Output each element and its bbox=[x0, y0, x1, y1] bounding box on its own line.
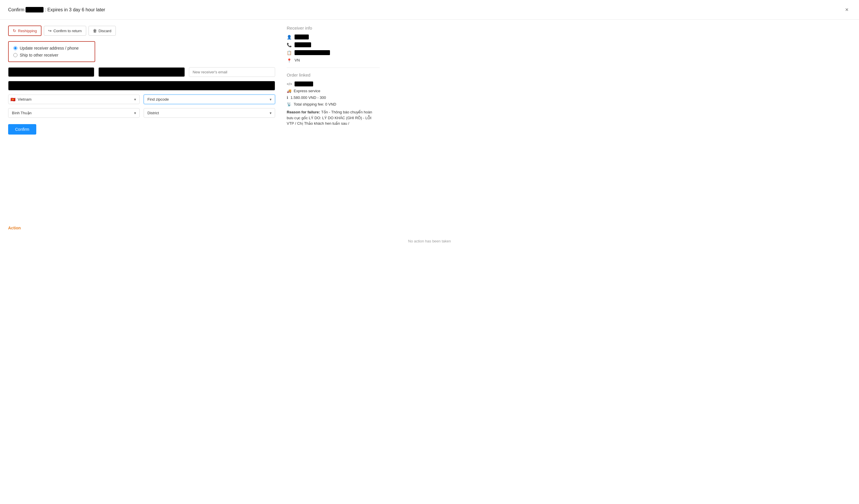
district-select-wrapper: District ▼ bbox=[144, 108, 275, 118]
form-row-1 bbox=[8, 67, 275, 77]
zipcode-select[interactable]: Find zipcode bbox=[144, 95, 275, 104]
modal-header: Confirm : Expires in 3 day 6 hour later … bbox=[0, 0, 859, 20]
rma-code bbox=[26, 7, 43, 13]
modal-body: ↻ Reshipping ↪ Confirm to return 🗑 Disca… bbox=[0, 20, 859, 223]
action-section: Action No action has been taken bbox=[0, 223, 859, 255]
options-box: Update receiver address / phone Ship to … bbox=[8, 41, 95, 62]
form-row-province-district: Bình Thuận ▼ District ▼ bbox=[8, 108, 275, 118]
shipping-fee-value: Total shipping fee: 0 VND bbox=[294, 102, 336, 107]
shipping-fee-row: 📡 Total shipping fee: 0 VND bbox=[287, 102, 380, 107]
toolbar: ↻ Reshipping ↪ Confirm to return 🗑 Disca… bbox=[8, 26, 275, 36]
service-row: 🚚 Express service bbox=[287, 89, 380, 93]
confirm-return-label: Confirm to return bbox=[54, 29, 82, 33]
order-linked-title: Order linked bbox=[287, 73, 380, 77]
reshipping-label: Reshipping bbox=[18, 29, 37, 33]
receiver-country-value: VN bbox=[295, 58, 300, 62]
info-icon: ℹ bbox=[287, 95, 288, 100]
receiver-email-input[interactable] bbox=[189, 67, 275, 77]
price-value: 1.580.000 VND - 300 bbox=[290, 95, 326, 100]
service-label-value: Express service bbox=[294, 89, 320, 93]
reason-section: Reason for failure: Tồn - Thông báo chuy… bbox=[287, 109, 380, 126]
option1-radio[interactable] bbox=[13, 46, 17, 50]
reason-title: Reason for failure: bbox=[287, 110, 320, 114]
zipcode-select-wrapper: Find zipcode ▼ bbox=[144, 95, 275, 104]
confirm-button[interactable]: Confirm bbox=[8, 124, 36, 135]
code-icon: </> bbox=[287, 82, 292, 86]
option2-radio[interactable] bbox=[13, 53, 17, 57]
receiver-address-value bbox=[295, 50, 330, 55]
left-panel: ↻ Reshipping ↪ Confirm to return 🗑 Disca… bbox=[8, 26, 275, 217]
discard-icon: 🗑 bbox=[93, 28, 97, 33]
country-select-wrapper: 🇻🇳 Vietnam ▼ bbox=[8, 95, 140, 104]
discard-button[interactable]: 🗑 Discard bbox=[89, 26, 116, 36]
right-panel: Receiver info 👤 📞 📋 📍 VN Or bbox=[287, 26, 380, 217]
confirm-return-button[interactable]: ↪ Confirm to return bbox=[44, 26, 86, 36]
option2-radio-label[interactable]: Ship to other receiver bbox=[13, 53, 90, 58]
price-row: ℹ 1.580.000 VND - 300 bbox=[287, 95, 380, 100]
option1-radio-label[interactable]: Update receiver address / phone bbox=[13, 46, 90, 50]
address-icon: 📋 bbox=[287, 50, 292, 55]
person-icon: 👤 bbox=[287, 35, 292, 40]
receiver-phone-row: 📞 bbox=[287, 42, 380, 47]
receiver-name-row: 👤 bbox=[287, 34, 380, 40]
form-row-country-zip: 🇻🇳 Vietnam ▼ Find zipcode ▼ bbox=[8, 95, 275, 104]
district-select[interactable]: District bbox=[144, 108, 275, 118]
close-button[interactable]: × bbox=[843, 5, 851, 14]
title-prefix: Confirm bbox=[8, 7, 25, 12]
receiver-name-input[interactable] bbox=[8, 67, 94, 77]
order-ref-value bbox=[295, 81, 313, 86]
feed-icon: 📡 bbox=[287, 102, 291, 107]
reshipping-icon: ↻ bbox=[13, 28, 16, 33]
address-input[interactable] bbox=[8, 81, 275, 91]
location-icon: 📍 bbox=[287, 58, 292, 63]
action-title: Action bbox=[8, 226, 851, 230]
divider-1 bbox=[287, 67, 380, 68]
receiver-info-title: Receiver info bbox=[287, 26, 380, 30]
country-select[interactable]: Vietnam bbox=[8, 95, 140, 104]
option2-label: Ship to other receiver bbox=[20, 53, 58, 58]
discard-label: Discard bbox=[99, 29, 111, 33]
province-select[interactable]: Bình Thuận bbox=[8, 108, 140, 118]
order-ref-row: </> bbox=[287, 81, 380, 86]
phone-icon: 📞 bbox=[287, 43, 292, 47]
confirm-return-icon: ↪ bbox=[48, 28, 52, 33]
truck-icon: 🚚 bbox=[287, 89, 291, 93]
modal-title: Confirm : Expires in 3 day 6 hour later bbox=[8, 7, 105, 13]
no-action-text: No action has been taken bbox=[8, 233, 851, 249]
option1-label: Update receiver address / phone bbox=[20, 46, 79, 50]
province-select-wrapper: Bình Thuận ▼ bbox=[8, 108, 140, 118]
title-suffix: : Expires in 3 day 6 hour later bbox=[45, 7, 105, 12]
receiver-name-value bbox=[295, 34, 309, 40]
receiver-country-row: 📍 VN bbox=[287, 58, 380, 63]
receiver-phone-input[interactable] bbox=[99, 67, 184, 77]
reshipping-button[interactable]: ↻ Reshipping bbox=[8, 26, 42, 36]
receiver-address-row: 📋 bbox=[287, 50, 380, 55]
receiver-phone-value bbox=[295, 42, 311, 47]
